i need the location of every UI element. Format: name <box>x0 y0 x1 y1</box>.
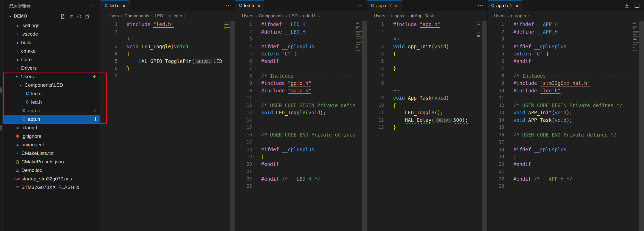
code-line[interactable]: 2 <box>367 28 487 36</box>
vertical-scrollbar[interactable] <box>482 21 487 231</box>
code-line[interactable]: 5extern "C" { <box>488 50 644 58</box>
code-line[interactable]: 9#include "gpio.h" <box>235 79 367 87</box>
tree-item-Users[interactable]: ›Users <box>3 72 100 81</box>
code-line[interactable]: 10#include "main.h" <box>235 87 367 94</box>
code-line[interactable]: 3void App_Init(void) <box>367 43 487 50</box>
tree-item-led.h[interactable]: Cled.h <box>3 98 100 106</box>
tree-item-CMakePresets.json[interactable]: {}CMakePresets.json <box>3 157 100 166</box>
code-line[interactable]: 6#endif <box>488 58 644 65</box>
code-line[interactable]: 22#endif /* __LED_H */ <box>235 175 367 183</box>
codelens-row[interactable]: ▾ <box>367 35 487 43</box>
breadcrumb-item[interactable]: Components <box>259 13 284 19</box>
tree-item-.vscode[interactable]: ›.vscode <box>3 30 100 38</box>
tree-item-led.c[interactable]: Cled.c <box>3 89 100 98</box>
code-line[interactable]: 8/* Includes ---------------------------… <box>488 72 644 80</box>
code-line[interactable]: 17 <box>235 138 367 146</box>
code-line[interactable]: 15 <box>488 124 644 131</box>
code-line[interactable]: 4{ <box>367 50 487 58</box>
tree-item-startup_stm32g070xx.s[interactable]: ASMstartup_stm32g070xx.s <box>3 174 100 183</box>
explorer-section-header[interactable]: › DEMO <box>3 11 100 21</box>
tree-item-.clangd[interactable]: ≡.clangd <box>3 123 100 132</box>
code-line[interactable]: 2 <box>101 28 235 36</box>
code-line[interactable]: 1#include "led.h" <box>101 21 235 28</box>
tree-item-app.c[interactable]: Capp.c2 <box>3 106 100 115</box>
code-line[interactable]: 19} <box>235 153 367 161</box>
tree-item-.mxproject[interactable]: ≡.mxproject <box>3 140 100 149</box>
code-line[interactable]: 1#ifndef __APP_H <box>488 21 644 28</box>
new-file-icon[interactable] <box>60 14 65 19</box>
breadcrumb-item[interactable]: Cled.h <box>303 13 317 19</box>
breadcrumb-item[interactable]: Users <box>494 13 505 19</box>
breadcrumb-item[interactable]: Users <box>374 13 385 19</box>
code-line[interactable]: 10#include "led.h" <box>488 87 644 94</box>
code-line[interactable]: 7 <box>101 72 235 80</box>
tree-item-build[interactable]: ›build <box>3 38 100 47</box>
tab-app.h[interactable]: Capp.h1× <box>488 0 522 11</box>
tab-led.h[interactable]: Cled.h× <box>235 0 264 11</box>
code-line[interactable]: 20#endif <box>488 161 644 168</box>
code-line[interactable]: 11 <box>488 94 644 102</box>
code-line[interactable]: 11 LED_Toggle(); <box>367 109 487 116</box>
code-line[interactable]: 7 <box>488 65 644 72</box>
code-line[interactable]: 6#endif <box>235 58 367 65</box>
code-line[interactable]: 18#ifdef __cplusplus <box>488 146 644 153</box>
breadcrumb-item[interactable]: Users <box>107 13 119 19</box>
tree-item-Core[interactable]: ›Core <box>3 55 100 64</box>
collapse-all-icon[interactable] <box>85 14 90 19</box>
code-line[interactable]: 10{ <box>367 102 487 109</box>
more-actions-icon[interactable]: ⋯ <box>225 2 231 9</box>
code-line[interactable]: 19} <box>488 153 644 161</box>
code-line[interactable]: 16/* USER CODE END Private defines */ <box>488 131 644 139</box>
codelens-row[interactable]: ▾ <box>101 35 235 43</box>
tree-item-Components-LED[interactable]: ›Components\LED <box>3 81 100 89</box>
tree-item-Drivers[interactable]: ›Drivers <box>3 64 100 72</box>
close-icon[interactable]: × <box>123 3 126 9</box>
code-line[interactable]: 16/* USER CODE END Private defines */ <box>235 131 367 139</box>
code-editor[interactable]: 1#ifndef __APP_H2#define __APP_H34#ifdef… <box>488 21 644 231</box>
explorer-more-actions-icon[interactable]: ⋯ <box>88 3 94 9</box>
code-line[interactable]: 8/* Includes ---------------------------… <box>235 72 367 80</box>
code-line[interactable]: 21 <box>235 168 367 175</box>
code-editor[interactable]: 1#include "app.h"2▾3void App_Init(void)4… <box>367 21 487 231</box>
tree-item-Demo.ioc[interactable]: ▤Demo.ioc <box>3 166 100 174</box>
breadcrumb-item[interactable]: Capp.h <box>511 13 526 19</box>
code-line[interactable]: 23 <box>488 182 644 190</box>
breadcrumb-item[interactable]: App_Task <box>411 13 434 19</box>
code-line[interactable]: 1#ifndef __LED_H <box>235 21 367 28</box>
breadcrumb-item[interactable]: Components <box>124 13 149 19</box>
tree-item-STM32G070XX_FLASH.ld[interactable]: ≡STM32G070XX_FLASH.ld <box>3 183 100 192</box>
code-line[interactable]: 12/* USER CODE BEGIN Private defines */ <box>235 102 367 109</box>
vertical-scrollbar[interactable] <box>362 21 367 231</box>
code-line[interactable]: 14void APP_Task(void); <box>488 116 644 124</box>
code-line[interactable]: 1#include "app.h" <box>367 21 487 28</box>
code-line[interactable]: 20#endif <box>235 161 367 168</box>
breadcrumb-item[interactable]: Cled.c <box>169 13 182 19</box>
tab-app.c[interactable]: Capp.c2× <box>367 0 402 11</box>
tree-item-CMakeLists.txt[interactable]: ▲CMakeLists.txt <box>3 149 100 157</box>
code-line[interactable]: 21 <box>488 168 644 175</box>
close-icon[interactable]: × <box>257 3 260 9</box>
refresh-icon[interactable] <box>77 14 82 19</box>
code-line[interactable]: 2#define __LED_H <box>235 28 367 36</box>
code-line[interactable]: 5extern "C" { <box>235 50 367 58</box>
code-line[interactable]: 11 <box>235 94 367 102</box>
code-line[interactable]: 3 <box>235 35 367 43</box>
code-line[interactable]: 4#ifdef __cplusplus <box>235 43 367 50</box>
tree-item-.settings[interactable]: ›.settings <box>3 21 100 30</box>
code-line[interactable]: 6} <box>367 65 487 72</box>
code-line[interactable]: 23 <box>235 182 367 190</box>
minimap[interactable] <box>476 21 482 231</box>
breadcrumb-item[interactable]: … <box>322 13 326 19</box>
code-editor[interactable]: 1#include "led.h"2▾3void LED_Toggle(void… <box>101 21 235 231</box>
breadcrumb-item[interactable]: … <box>187 13 192 19</box>
tree-item-app.h[interactable]: Capp.h1 <box>3 115 100 123</box>
close-icon[interactable]: × <box>395 3 398 9</box>
split-editor-icon[interactable] <box>634 3 640 9</box>
code-editor[interactable]: 1#ifndef __LED_H2#define __LED_H34#ifdef… <box>235 21 367 231</box>
code-line[interactable]: 12 HAL_Delay(Delay:500); <box>367 116 487 124</box>
code-line[interactable]: 8 <box>367 79 487 87</box>
vertical-scrollbar[interactable] <box>230 21 235 231</box>
code-line[interactable]: 13void APP_Init(void); <box>488 109 644 116</box>
minimap[interactable] <box>224 21 230 231</box>
code-line[interactable]: 6} <box>101 65 235 72</box>
